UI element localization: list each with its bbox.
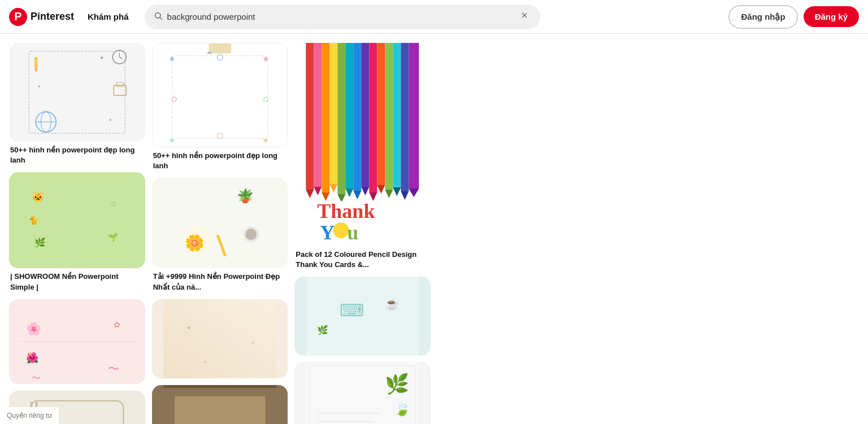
svg-text:★: ★ <box>168 135 176 145</box>
svg-rect-97 <box>370 43 377 193</box>
list-item[interactable]: 🐱 🐈 🌿 ✿ 🌱 | SHOWROOM Nền Powerpoint Simp… <box>9 172 145 292</box>
svg-rect-89 <box>306 43 314 190</box>
svg-rect-95 <box>354 43 362 191</box>
search-bar <box>145 5 540 29</box>
svg-marker-110 <box>362 187 370 195</box>
clear-search-button[interactable] <box>518 11 531 23</box>
svg-text:★: ★ <box>168 54 176 63</box>
svg-text:〜: 〜 <box>108 362 119 375</box>
svg-text:✿: ✿ <box>114 320 120 329</box>
svg-rect-91 <box>322 43 330 193</box>
svg-text:★: ★ <box>262 54 269 63</box>
list-item[interactable]: ⌨ ☕ 🌿 <box>294 277 431 356</box>
list-item[interactable]: ✦ ✦ ✦ 50++ hình nền powerpoint đẹp long … <box>9 43 145 165</box>
privacy-text: Quyền riêng tư <box>7 412 52 419</box>
item-label: | SHOWROOM Nền Powerpoint Simple | <box>9 272 145 292</box>
search-input[interactable] <box>167 12 518 21</box>
svg-rect-99 <box>385 43 393 190</box>
svg-text:✦: ✦ <box>203 359 207 365</box>
svg-marker-113 <box>385 190 393 198</box>
list-item[interactable]: 🌼 🪴 Tải +9999 Hình Nền Powerpoint Đẹp Nh… <box>152 178 288 292</box>
svg-line-1 <box>160 18 162 20</box>
svg-text:⌨: ⌨ <box>340 301 364 320</box>
svg-text:🌸: 🌸 <box>26 321 42 336</box>
svg-marker-114 <box>393 187 401 196</box>
svg-rect-102 <box>409 43 419 189</box>
svg-text:🌿: 🌿 <box>385 373 410 396</box>
header: P Pinterest Khám phá Đăng nhập Đăng ký <box>0 0 868 34</box>
header-right: Đăng nhập Đăng ký <box>728 5 859 29</box>
privacy-footer[interactable]: Quyền riêng tư <box>0 407 59 424</box>
svg-marker-108 <box>346 189 354 197</box>
svg-text:🐈: 🐈 <box>29 216 39 225</box>
svg-text:🌿: 🌿 <box>34 237 46 248</box>
list-item[interactable]: ★ ★ ★ ★ ☁ 50++ hình nền powerpoint đẹp l… <box>152 43 288 171</box>
svg-point-70 <box>245 229 257 240</box>
svg-text:✦: ✦ <box>37 84 41 89</box>
svg-rect-96 <box>362 43 370 187</box>
list-item[interactable]: ✦ ✦ ✦ <box>152 299 288 378</box>
svg-point-120 <box>333 222 349 238</box>
svg-marker-104 <box>314 187 322 195</box>
svg-marker-115 <box>401 191 409 200</box>
svg-point-0 <box>155 12 160 18</box>
svg-text:✦: ✦ <box>251 340 255 346</box>
svg-text:🌺: 🌺 <box>26 352 39 364</box>
svg-rect-78 <box>175 396 265 424</box>
svg-text:Y: Y <box>320 221 335 244</box>
list-item[interactable]: 🌸 🌺 ✿ 〜 〜 <box>9 299 145 384</box>
pinterest-logo[interactable]: P Pinterest <box>9 8 74 26</box>
item-label: 50++ hình nền powerpoint đẹp long lanh <box>152 151 288 171</box>
svg-rect-93 <box>338 43 346 194</box>
svg-rect-64 <box>163 178 276 268</box>
svg-rect-90 <box>314 43 322 187</box>
svg-rect-76 <box>163 385 276 388</box>
svg-text:☕: ☕ <box>385 297 400 311</box>
svg-marker-109 <box>354 191 362 199</box>
svg-rect-98 <box>377 43 385 185</box>
svg-rect-100 <box>393 43 401 187</box>
svg-marker-103 <box>306 190 314 198</box>
svg-text:✦: ✦ <box>99 55 104 61</box>
svg-rect-94 <box>346 43 354 189</box>
svg-text:🪴: 🪴 <box>237 187 254 204</box>
svg-rect-92 <box>330 43 338 184</box>
svg-text:🌿: 🌿 <box>318 325 329 335</box>
svg-marker-116 <box>409 189 419 197</box>
svg-text:☁: ☁ <box>206 49 211 55</box>
svg-text:🐱: 🐱 <box>32 191 45 203</box>
item-label: Pack of 12 Coloured Pencil Design Thank … <box>294 250 431 270</box>
list-item[interactable]: 🌿 🍃 🌱 99+ Background Powerpoint Đẹp cho … <box>294 362 431 424</box>
dang-ky-button[interactable]: Đăng ký <box>804 6 859 27</box>
search-icon <box>154 11 163 23</box>
svg-text:🌱: 🌱 <box>108 233 118 242</box>
list-item[interactable]: 🌸 🌺 50++ hình nền powerpoint đẹp long la… <box>152 385 288 424</box>
pinterest-logo-icon: P <box>9 8 27 26</box>
svg-text:✿: ✿ <box>111 200 116 208</box>
svg-text:✦: ✦ <box>108 117 112 123</box>
svg-text:🌼: 🌼 <box>185 234 205 252</box>
svg-text:✦: ✦ <box>186 324 192 332</box>
dang-nhap-button[interactable]: Đăng nhập <box>728 5 797 29</box>
main-grid: ✦ ✦ ✦ 50++ hình nền powerpoint đẹp long … <box>0 34 868 424</box>
svg-text:★: ★ <box>262 135 269 145</box>
svg-text:u: u <box>348 221 359 244</box>
svg-rect-14 <box>34 57 37 69</box>
item-label: 50++ hình nền powerpoint đẹp long lanh <box>9 145 145 165</box>
svg-rect-101 <box>401 43 409 191</box>
svg-text:Thank: Thank <box>318 200 375 222</box>
kham-pha-button[interactable]: Khám phá <box>81 7 136 26</box>
svg-rect-52 <box>164 43 276 147</box>
pinterest-logo-text: Pinterest <box>31 11 74 23</box>
svg-text:🍃: 🍃 <box>393 400 411 417</box>
svg-rect-71 <box>163 299 276 378</box>
list-item[interactable]: Thank Y u Pack of 12 Coloured Pencil Des… <box>294 43 431 270</box>
item-label: Tải +9999 Hình Nền Powerpoint Đẹp Nhất c… <box>152 272 288 292</box>
svg-text:〜: 〜 <box>32 373 41 383</box>
svg-rect-53 <box>209 43 231 54</box>
